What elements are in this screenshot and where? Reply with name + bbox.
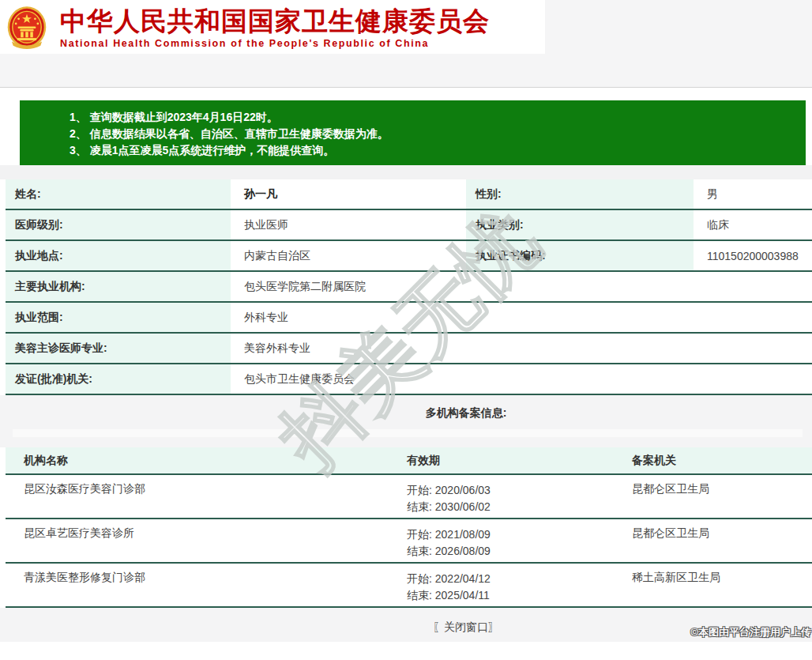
notice-line-2: 2、 信息数据结果以各省、自治区、直辖市卫生健康委数据为准。 bbox=[70, 126, 806, 142]
period-end: 结束: 2030/06/02 bbox=[407, 499, 632, 515]
practice-category-label: 执业类别: bbox=[466, 210, 694, 239]
notice-line-3: 3、 凌晨1点至凌晨5点系统进行维护，不能提供查询。 bbox=[70, 142, 806, 159]
site-title-en: National Health Commission of the People… bbox=[60, 38, 490, 49]
column-header-authority: 备案机关 bbox=[632, 447, 812, 473]
spacer-strip bbox=[0, 165, 812, 179]
close-window-link[interactable]: 〖关闭窗口〗 bbox=[433, 620, 499, 635]
period-start: 开始: 2022/04/12 bbox=[407, 571, 632, 587]
practice-scope-label: 执业范围: bbox=[6, 303, 231, 332]
practice-place-label: 执业地点: bbox=[6, 241, 231, 270]
practice-place-value: 内蒙古自治区 bbox=[233, 241, 464, 270]
table-row: 昆区卓艺医疗美容诊所 开始: 2021/08/09 结束: 2026/08/09… bbox=[6, 519, 812, 564]
site-title-cn: 中华人民共和国国家卫生健康委员会 bbox=[60, 7, 490, 36]
institution-name: 昆区汝森医疗美容门诊部 bbox=[6, 475, 407, 518]
period-start: 开始: 2021/08/09 bbox=[407, 526, 632, 543]
institution-name: 青漾美医整形修复门诊部 bbox=[6, 564, 407, 606]
issuing-authority-label: 发证(批准)机关: bbox=[6, 364, 231, 394]
column-header-period: 有效期 bbox=[407, 447, 632, 473]
valid-period: 开始: 2020/06/03 结束: 2030/06/02 bbox=[407, 475, 632, 518]
header-titles: 中华人民共和国国家卫生健康委员会 National Health Commiss… bbox=[60, 6, 490, 49]
issuing-authority-value: 包头市卫生健康委员会 bbox=[233, 364, 812, 394]
doctor-level-value: 执业医师 bbox=[233, 210, 464, 239]
institution-name: 昆区卓艺医疗美容诊所 bbox=[6, 519, 407, 562]
section-divider-strip bbox=[13, 429, 803, 437]
name-value: 孙一凡 bbox=[233, 179, 464, 209]
notice-line-1: 1、 查询数据截止到2023年4月16日22时。 bbox=[70, 109, 806, 126]
period-start: 开始: 2020/06/03 bbox=[407, 482, 632, 499]
table-row: 青漾美医整形修复门诊部 开始: 2022/04/12 结束: 2025/04/1… bbox=[6, 564, 812, 608]
main-institution-value: 包头医学院第二附属医院 bbox=[233, 272, 812, 301]
valid-period: 开始: 2022/04/12 结束: 2025/04/11 bbox=[407, 564, 632, 606]
table-row: 医师级别: 执业医师 执业类别: 临床 bbox=[6, 210, 812, 241]
top-band: 中华人民共和国国家卫生健康委员会 National Health Commiss… bbox=[0, 0, 812, 88]
doctor-level-label: 医师级别: bbox=[6, 210, 231, 239]
certificate-no-label: 执业证书编码: bbox=[466, 241, 694, 270]
period-end: 结束: 2026/08/09 bbox=[407, 543, 632, 560]
practice-category-value: 临床 bbox=[696, 210, 812, 239]
valid-period: 开始: 2021/08/09 结束: 2026/08/09 bbox=[407, 519, 632, 562]
cosmetic-specialty-value: 美容外科专业 bbox=[233, 334, 812, 363]
china-national-emblem-icon bbox=[6, 6, 47, 51]
main-institution-label: 主要执业机构: bbox=[6, 272, 231, 301]
table-row: 执业范围: 外科专业 bbox=[6, 303, 812, 334]
multi-institution-table: 机构名称 有效期 备案机关 昆区汝森医疗美容门诊部 开始: 2020/06/03… bbox=[6, 447, 812, 608]
gender-label: 性别: bbox=[466, 179, 694, 209]
multi-institution-section-band: 多机构备案信息: bbox=[0, 395, 812, 447]
name-label: 姓名: bbox=[6, 179, 231, 209]
record-authority: 昆都仑区卫生局 bbox=[632, 519, 812, 562]
table-row: 姓名: 孙一凡 性别: 男 bbox=[6, 179, 812, 210]
record-authority: 稀土高新区卫生局 bbox=[632, 564, 812, 606]
table-row: 主要执业机构: 包头医学院第二附属医院 bbox=[6, 272, 812, 303]
query-notice: 1、 查询数据截止到2023年4月16日22时。 2、 信息数据结果以各省、自治… bbox=[20, 100, 806, 165]
footer-band: 〖关闭窗口〗 ©本图由平台注册用户上传 bbox=[0, 608, 812, 642]
table-row: 美容主诊医师专业: 美容外科专业 bbox=[6, 334, 812, 364]
site-header: 中华人民共和国国家卫生健康委员会 National Health Commiss… bbox=[0, 0, 545, 54]
table-row: 执业地点: 内蒙古自治区 执业证书编码: 110150200003988 bbox=[6, 241, 812, 272]
doctor-info-table: 姓名: 孙一凡 性别: 男 医师级别: 执业医师 执业类别: 临床 执业地点: … bbox=[6, 179, 812, 395]
certificate-no-value: 110150200003988 bbox=[696, 241, 812, 270]
record-authority: 昆都仑区卫生局 bbox=[632, 475, 812, 518]
table-header-row: 机构名称 有效期 备案机关 bbox=[6, 447, 812, 475]
section-title: 多机构备案信息: bbox=[0, 395, 812, 421]
column-header-name: 机构名称 bbox=[6, 447, 407, 473]
practice-scope-value: 外科专业 bbox=[233, 303, 812, 332]
gender-value: 男 bbox=[696, 179, 812, 209]
table-row: 昆区汝森医疗美容门诊部 开始: 2020/06/03 结束: 2030/06/0… bbox=[6, 475, 812, 519]
photo-upload-watermark: ©本图由平台注册用户上传 bbox=[690, 625, 811, 639]
cosmetic-specialty-label: 美容主诊医师专业: bbox=[6, 334, 231, 363]
period-end: 结束: 2025/04/11 bbox=[407, 587, 632, 604]
table-row: 发证(批准)机关: 包头市卫生健康委员会 bbox=[6, 364, 812, 395]
